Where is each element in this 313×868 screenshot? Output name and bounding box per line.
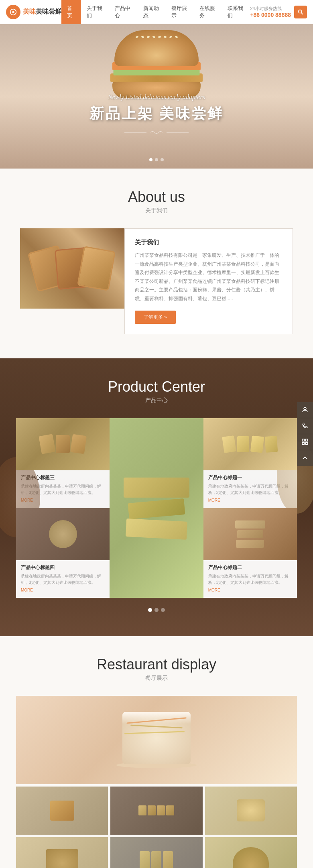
about-section: About us 关于我们 关于我们 广州某某食品科技有限公司是一家集研发、生产… bbox=[0, 169, 313, 358]
restaurant-sub-row: 餐厅展示标题一 餐厅展示标题二 餐厅展示标题四 bbox=[16, 787, 297, 835]
nav-about[interactable]: 关于我们 bbox=[81, 0, 109, 24]
product-card-4-image bbox=[16, 508, 110, 560]
restaurant-bottom-image-3 bbox=[205, 837, 297, 868]
product-dot-2[interactable] bbox=[154, 608, 159, 612]
product-card-2-body: 产品中心标题二 承建在地政府内某某某，申请万代顾问组，解析，3定化、尤其大到达比… bbox=[203, 560, 297, 598]
hero-zh-text: 新品上架 美味尝鲜 bbox=[0, 104, 313, 124]
svg-rect-27 bbox=[306, 443, 308, 445]
restaurant-sub-image-3: 餐厅展示标题四 bbox=[205, 787, 297, 835]
nav-products[interactable]: 产品中心 bbox=[109, 0, 137, 24]
product-card-1-more[interactable]: MORE bbox=[208, 498, 292, 502]
product-card-4-body: 产品中心标题四 承建在地政府内某某某，申请万代顾问组，解析，3定化、尤其大到达比… bbox=[16, 560, 110, 598]
product-card-4-more[interactable]: MORE bbox=[21, 588, 105, 592]
about-box-title: 关于我们 bbox=[135, 239, 283, 246]
float-user-button[interactable] bbox=[297, 402, 313, 418]
main-nav: 首页 关于我们 产品中心 新闻动态 餐厅展示 在线服务 联系我们 bbox=[61, 0, 250, 24]
product-card-center bbox=[110, 418, 203, 598]
header: 美味美味尝鲜 首页 关于我们 产品中心 新闻动态 餐厅展示 在线服务 联系我们 … bbox=[0, 0, 313, 24]
about-image bbox=[20, 228, 124, 309]
nav-home[interactable]: 首页 bbox=[61, 0, 81, 24]
product-card-2-image bbox=[203, 508, 297, 560]
product-carousel-dots bbox=[0, 608, 313, 612]
hotline-label: 24小时服务热线 bbox=[250, 6, 291, 12]
restaurant-bottom-image-2: 餐厅展示标题六 bbox=[110, 837, 202, 868]
hero-dot-3[interactable] bbox=[161, 158, 164, 161]
about-box: 关于我们 广州某某食品科技有限公司是一家集研发、生产、技术推广于一体的一流食品高… bbox=[124, 228, 293, 334]
product-card-2-desc: 承建在地政府内某某某，申请万代顾问组，解析，3定化、尤其大到达比破物能地回流。 bbox=[208, 573, 292, 586]
header-right: 24小时服务热线 +86 0000 88888 bbox=[250, 6, 307, 18]
product-section: Product Center 产品中心 产品中心标题三 承建在地政府内某某某，申… bbox=[0, 358, 313, 636]
search-button[interactable] bbox=[294, 6, 307, 18]
float-phone-button[interactable] bbox=[297, 418, 313, 434]
restaurant-bottom-image-1: 餐厅展示标题五 bbox=[16, 837, 108, 868]
nav-contact[interactable]: 联系我们 bbox=[222, 0, 250, 24]
hero-divider bbox=[0, 128, 313, 136]
product-card-2-more[interactable]: MORE bbox=[208, 588, 292, 592]
product-card-4[interactable]: 产品中心标题四 承建在地政府内某某某，申请万代顾问组，解析，3定化、尤其大到达比… bbox=[16, 508, 110, 598]
hero-section: Newly Listed delicious early adopters 新品… bbox=[0, 24, 313, 169]
float-grid-button[interactable] bbox=[297, 434, 313, 450]
about-title-zh: 关于我们 bbox=[0, 207, 313, 214]
float-up-button[interactable] bbox=[297, 450, 313, 466]
product-title-zh: 产品中心 bbox=[0, 397, 313, 404]
svg-rect-24 bbox=[302, 439, 304, 441]
product-dot-3[interactable] bbox=[161, 608, 165, 612]
hotline-number: +86 0000 88888 bbox=[250, 12, 291, 18]
restaurant-sub-image-1: 餐厅展示标题一 bbox=[16, 787, 108, 835]
floating-sidebar bbox=[297, 402, 313, 466]
product-dot-1[interactable] bbox=[148, 608, 152, 612]
logo-icon bbox=[6, 5, 20, 19]
restaurant-title-en: Restaurant display bbox=[0, 656, 313, 673]
logo[interactable]: 美味美味尝鲜 bbox=[6, 5, 61, 19]
restaurant-main-image: 餐厅展示标题三 bbox=[16, 696, 297, 784]
product-card-1-image bbox=[203, 418, 297, 470]
restaurant-title-zh: 餐厅展示 bbox=[0, 675, 313, 682]
product-card-4-desc: 承建在地政府内某某某，申请万代顾问组，解析，3定化、尤其大到达比破物能地回流。 bbox=[21, 573, 105, 586]
logo-text: 美味美味尝鲜 bbox=[23, 8, 61, 16]
product-grid: 产品中心标题三 承建在地政府内某某某，申请万代顾问组，解析，3定化、尤其大到达比… bbox=[16, 418, 297, 598]
svg-line-2 bbox=[301, 12, 303, 14]
about-more-button[interactable]: 了解更多 » bbox=[135, 311, 176, 324]
hero-dot-2[interactable] bbox=[155, 158, 158, 161]
hero-en-text: Newly Listed delicious early adopters bbox=[0, 94, 313, 101]
about-box-text: 广州某某食品科技有限公司是一家集研发、生产、技术推广于一体的一流食品高科技生产类… bbox=[135, 251, 283, 303]
restaurant-section: Restaurant display 餐厅展示 bbox=[0, 636, 313, 868]
product-card-2[interactable]: 产品中心标题二 承建在地政府内某某某，申请万代顾问组，解析，3定化、尤其大到达比… bbox=[203, 508, 297, 598]
svg-rect-26 bbox=[302, 443, 304, 445]
restaurant-bottom-row: 餐厅展示标题五 餐厅展示标题六 bbox=[16, 837, 297, 868]
product-card-4-title: 产品中心标题四 bbox=[21, 564, 105, 571]
nav-news[interactable]: 新闻动态 bbox=[138, 0, 166, 24]
nav-service[interactable]: 在线服务 bbox=[194, 0, 222, 24]
product-card-2-title: 产品中心标题二 bbox=[208, 564, 292, 571]
restaurant-sub-image-2: 餐厅展示标题二 bbox=[110, 787, 202, 835]
hero-dot-1[interactable] bbox=[149, 158, 152, 161]
about-content: 关于我们 广州某某食品科技有限公司是一家集研发、生产、技术推广于一体的一流食品高… bbox=[20, 228, 293, 334]
restaurant-grid: 餐厅展示标题三 餐厅展示标题一 餐厅展示标题二 bbox=[16, 696, 297, 868]
svg-point-23 bbox=[304, 407, 306, 410]
hero-carousel-dots bbox=[0, 158, 313, 161]
product-title-en: Product Center bbox=[0, 378, 313, 395]
hero-text-overlay: Newly Listed delicious early adopters 新品… bbox=[0, 94, 313, 136]
product-card-3-image bbox=[16, 418, 110, 470]
nav-restaurant[interactable]: 餐厅展示 bbox=[166, 0, 194, 24]
svg-rect-25 bbox=[306, 439, 308, 441]
about-title-en: About us bbox=[0, 189, 313, 205]
